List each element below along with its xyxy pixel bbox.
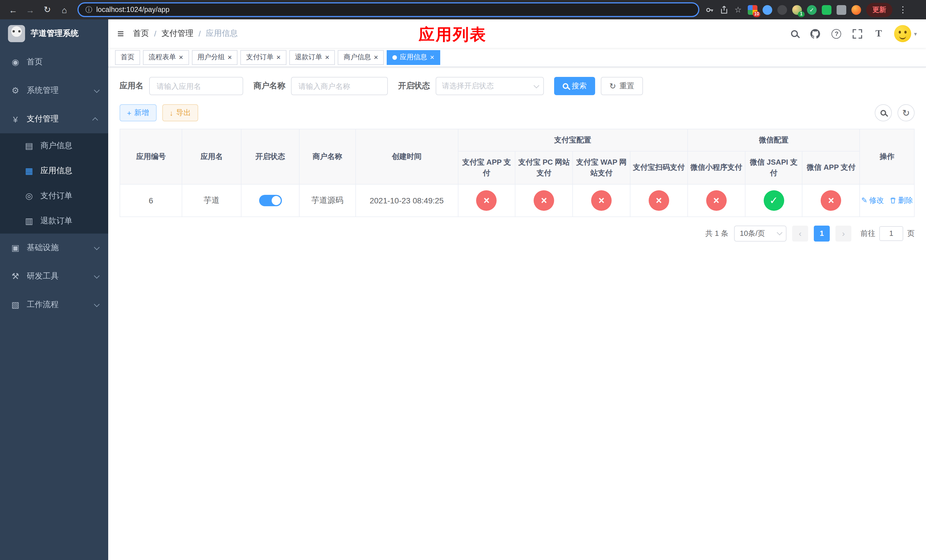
sidebar-item-devtools[interactable]: ⚒ 研发工具 (0, 262, 108, 291)
sidebar: 芋道管理系统 ◉ 首页 ⚙ 系统管理 ¥ 支付管理 (0, 20, 108, 560)
browser-forward-icon[interactable]: → (23, 2, 38, 17)
password-key-icon[interactable] (705, 5, 714, 14)
reset-button[interactable]: ↻ 重置 (601, 77, 643, 95)
browser-reload-icon[interactable]: ↻ (40, 2, 54, 17)
status-toggle[interactable] (259, 195, 281, 206)
bookmark-star-icon[interactable]: ☆ (734, 5, 743, 14)
close-tab-icon[interactable] (179, 53, 183, 62)
font-size-icon[interactable]: T (873, 28, 884, 39)
tab-home[interactable]: 首页 (115, 50, 140, 65)
tab-refund-order[interactable]: 退款订单 (289, 50, 335, 65)
sidebar-item-system[interactable]: ⚙ 系统管理 (0, 76, 108, 105)
group-wechat: 微信配置 (688, 129, 860, 151)
status-select[interactable]: 请选择开启状态 (436, 77, 544, 95)
group-alipay: 支付宝配置 (458, 129, 688, 151)
sidebar-logo-row[interactable]: 芋道管理系统 (0, 20, 108, 48)
browser-back-icon[interactable]: ← (6, 2, 21, 17)
breadcrumb-payment[interactable]: 支付管理 (162, 29, 193, 39)
toolbar-right: ↻ (875, 104, 915, 121)
close-tab-icon[interactable] (430, 53, 434, 62)
extension-green-icon[interactable] (822, 5, 831, 15)
app-table: 应用编号 应用名 开启状态 商户名称 创建时间 支付宝配置 微信配置 操作 支付… (120, 129, 915, 217)
main-area: ≡ 首页 支付管理 应用信息 应用列表 ? (108, 20, 926, 560)
close-tab-icon[interactable] (276, 53, 280, 62)
cell-status (241, 184, 299, 216)
cell-app-id: 6 (120, 184, 182, 216)
page-size-select[interactable]: 10条/页 (734, 225, 787, 241)
refresh-icon: ↻ (609, 82, 616, 90)
breadcrumb-separator (154, 29, 156, 38)
infrastructure-icon: ▣ (10, 243, 21, 253)
collapse-sidebar-icon[interactable]: ≡ (117, 28, 124, 39)
app-logo (8, 25, 25, 42)
sidebar-item-workflow[interactable]: ▧ 工作流程 (0, 291, 108, 319)
tab-app-info[interactable]: 应用信息 (387, 50, 440, 65)
breadcrumb-home[interactable]: 首页 (133, 29, 149, 39)
close-tab-icon[interactable] (227, 53, 232, 62)
search-button[interactable]: 搜索 (554, 77, 595, 95)
breadcrumb: 首页 支付管理 应用信息 (133, 29, 238, 39)
next-page-button[interactable]: › (835, 225, 851, 241)
search-icon[interactable] (789, 28, 800, 39)
refresh-table-button[interactable]: ↻ (897, 104, 915, 121)
edit-link[interactable]: ✎ 修改 (861, 195, 884, 205)
extension-drop-icon[interactable] (763, 5, 772, 15)
merchant-name-input[interactable] (291, 77, 388, 95)
close-tab-icon[interactable] (374, 53, 378, 62)
extension-dark-icon[interactable] (777, 5, 787, 15)
page-number-1[interactable]: 1 (814, 225, 830, 241)
extension-wechat-icon[interactable]: ✓ (807, 5, 817, 15)
github-icon[interactable] (810, 28, 821, 39)
tab-process-form[interactable]: 流程表单 (143, 50, 189, 65)
close-tab-icon[interactable] (325, 53, 330, 62)
tab-user-group[interactable]: 用户分组 (192, 50, 238, 65)
toggle-search-button[interactable] (875, 104, 892, 121)
export-button[interactable]: ↓ 导出 (162, 104, 198, 121)
tab-merchant-info[interactable]: 商户信息 (338, 50, 384, 65)
pagination: 共 1 条 10条/页 ‹ 1 › 前往 页 (120, 225, 915, 241)
caret-down-icon: ▾ (914, 30, 917, 37)
sidebar-item-payment[interactable]: ¥ 支付管理 (0, 105, 108, 133)
app-name-input[interactable] (149, 77, 243, 95)
chevron-up-icon (92, 117, 98, 123)
sidebar-menu: ◉ 首页 ⚙ 系统管理 ¥ 支付管理 ▤ 商户信息 (0, 48, 108, 560)
browser-chrome: ← → ↻ ⌂ ⓘ localhost:1024/pay/app ☆ 10 1 … (0, 0, 926, 20)
extension-face-icon[interactable] (851, 5, 861, 15)
extension-avatar-icon[interactable]: 1 (792, 5, 802, 15)
address-bar[interactable]: ⓘ localhost:1024/pay/app (77, 2, 699, 17)
avatar (894, 25, 911, 42)
share-icon[interactable] (719, 5, 728, 14)
cell-app-name: 芋道 (182, 184, 241, 216)
add-button[interactable]: + 新增 (120, 104, 156, 121)
prev-page-button[interactable]: ‹ (792, 225, 808, 241)
wx-jsapi-status-icon: ✓ (763, 190, 784, 210)
devtools-icon: ⚒ (10, 271, 21, 282)
extension-grid-icon[interactable]: 10 (748, 5, 757, 15)
extension-puzzle-icon[interactable] (837, 5, 846, 15)
sidebar-item-app-info[interactable]: ▦ 应用信息 (0, 158, 108, 183)
yen-icon: ¥ (10, 114, 21, 124)
table-row: 6 芋道 芋道源码 2021-10-23 08:49:25 × × × × × … (120, 184, 914, 216)
browser-update-button[interactable]: 更新 (866, 3, 893, 17)
fullscreen-icon[interactable] (852, 28, 863, 39)
goto-page-input[interactable] (879, 226, 903, 241)
search-icon (563, 83, 568, 89)
sidebar-item-infrastructure[interactable]: ▣ 基础设施 (0, 233, 108, 262)
pencil-icon: ✎ (861, 196, 867, 204)
sidebar-item-home[interactable]: ◉ 首页 (0, 48, 108, 76)
sidebar-item-merchant-info[interactable]: ▤ 商户信息 (0, 133, 108, 158)
extension-badge-green: 1 (798, 11, 805, 17)
sidebar-item-pay-order[interactable]: ◎ 支付订单 (0, 183, 108, 209)
help-icon[interactable]: ? (831, 28, 842, 39)
browser-menu-icon[interactable]: ⋮ (897, 5, 908, 15)
site-info-icon[interactable]: ⓘ (85, 5, 92, 15)
delete-link[interactable]: 删除 (890, 195, 913, 205)
col-wx-app: 微信 APP 支付 (802, 151, 860, 184)
sidebar-item-refund-order[interactable]: ▥ 退款订单 (0, 209, 108, 233)
browser-home-icon[interactable]: ⌂ (57, 2, 72, 17)
col-app-id: 应用编号 (120, 129, 182, 184)
merchant-card-icon: ▤ (24, 141, 34, 151)
col-wx-jsapi: 微信 JSAPI 支付 (745, 151, 802, 184)
user-avatar-menu[interactable]: ▾ (894, 25, 917, 42)
tab-pay-order[interactable]: 支付订单 (240, 50, 286, 65)
